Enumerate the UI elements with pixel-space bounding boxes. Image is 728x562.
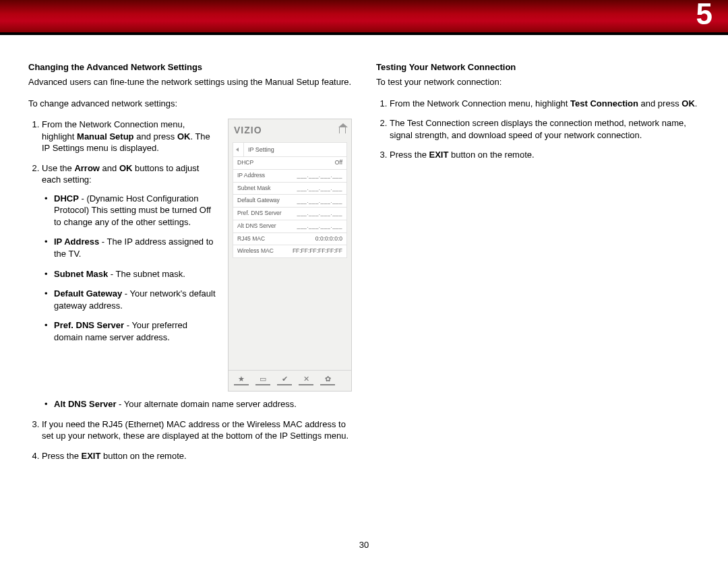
right-step-3: Press the EXIT button on the remote.	[390, 149, 700, 161]
vizio-logo: VIZIO	[234, 125, 262, 135]
left-step2-continued: Alt DNS Server - Your alternate domain n…	[28, 398, 352, 410]
right-heading: Testing Your Network Connection	[376, 62, 700, 72]
page-body: Changing the Advanced Network Settings A…	[0, 35, 728, 471]
row-subnet: Subnet Mask___.___.___.___	[233, 182, 346, 195]
row-pref-dns: Pref. DNS Server___.___.___.___	[233, 207, 346, 220]
left-column: Changing the Advanced Network Settings A…	[28, 62, 352, 471]
right-step-2: The Test Connection screen displays the …	[390, 117, 700, 141]
back-icon	[233, 143, 244, 156]
star-icon: ★	[234, 375, 249, 385]
v-icon: ✔	[277, 375, 292, 385]
panel-bottom-icons: ★ ▭ ✔ ✕ ✿	[229, 370, 351, 391]
left-heading: Changing the Advanced Network Settings	[28, 62, 352, 72]
row-wireless-mac: Wireless MACFF:FF:FF:FF:FF:FF	[233, 245, 346, 257]
page-number: 30	[0, 540, 728, 550]
ip-panel-title: IP Setting	[244, 143, 346, 156]
row-alt-dns: Alt DNS Server___.___.___.___	[233, 220, 346, 232]
left-steps-cont: If you need the RJ45 (Ethernet) MAC addr…	[28, 418, 352, 462]
right-steps: From the Network Connection menu, highli…	[376, 98, 700, 161]
chapter-number: 5	[696, 0, 713, 31]
row-ip: IP Address___.___.___.___	[233, 169, 346, 182]
row-rj45: RJ45 MAC0:0:0:0:0:0	[233, 232, 346, 245]
chapter-banner: 5	[0, 0, 728, 35]
left-lead: To change advanced network settings:	[28, 98, 352, 110]
row-gateway: Default Gateway___.___.___.___	[233, 194, 346, 207]
left-step-1: From the Network Connection menu, highli…	[42, 119, 216, 154]
right-step-1: From the Network Connection menu, highli…	[390, 98, 700, 110]
right-intro: To test your network connection:	[376, 76, 700, 88]
gear-icon: ✿	[320, 375, 335, 385]
home-icon	[339, 127, 346, 133]
left-step-2: Use the Arrow and OK buttons to adjust e…	[42, 162, 216, 344]
tv-icon: ▭	[255, 375, 270, 385]
row-dhcp: DHCPOff	[233, 156, 346, 169]
left-step-3: If you need the RJ45 (Ethernet) MAC addr…	[42, 418, 352, 442]
ip-settings-panel: VIZIO IP Setting DHCPOff IP Address___._…	[228, 119, 352, 392]
left-steps: From the Network Connection menu, highli…	[28, 119, 216, 343]
x-icon: ✕	[299, 375, 313, 385]
left-intro: Advanced users can fine-tune the network…	[28, 76, 352, 88]
right-column: Testing Your Network Connection To test …	[376, 62, 700, 471]
left-step-4: Press the EXIT button on the remote.	[42, 450, 352, 462]
